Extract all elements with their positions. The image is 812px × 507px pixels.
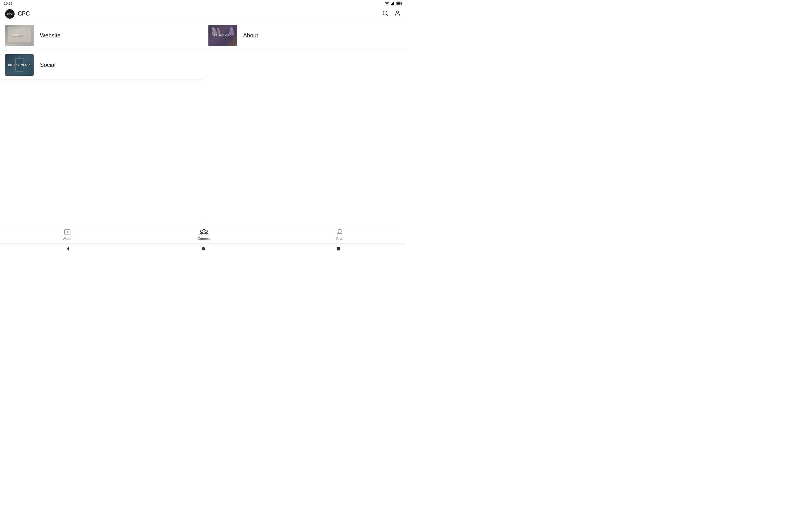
give-label: Give bbox=[336, 237, 343, 240]
system-nav bbox=[0, 243, 406, 253]
watch-icon bbox=[64, 228, 71, 236]
svg-rect-2 bbox=[393, 2, 394, 5]
profile-icon bbox=[394, 10, 401, 17]
recents-button[interactable] bbox=[336, 246, 341, 251]
connect-label: Connect bbox=[198, 237, 211, 240]
status-icons bbox=[385, 2, 402, 5]
svg-rect-6 bbox=[397, 3, 401, 5]
svg-point-9 bbox=[396, 11, 398, 13]
app-title: CPC bbox=[18, 10, 30, 17]
logo-text: CPC bbox=[7, 12, 13, 15]
header-left: CPC CPC bbox=[5, 9, 30, 19]
social-thumb-label: SOCIAL MEDIA bbox=[8, 63, 31, 66]
wifi-icon bbox=[385, 2, 390, 5]
website-menu-item[interactable]: WEBSITE Website bbox=[0, 21, 203, 50]
svg-rect-0 bbox=[391, 4, 392, 5]
about-menu-item[interactable]: ABOUT CPC About bbox=[203, 21, 406, 50]
svg-marker-11 bbox=[67, 231, 69, 233]
header-right bbox=[382, 10, 401, 18]
about-thumbnail: ABOUT CPC bbox=[208, 25, 237, 46]
svg-rect-3 bbox=[395, 2, 395, 5]
give-icon bbox=[336, 228, 344, 236]
status-time: 10:26 bbox=[4, 2, 13, 5]
home-icon bbox=[200, 246, 206, 251]
profile-button[interactable] bbox=[394, 10, 401, 18]
svg-rect-5 bbox=[402, 3, 402, 4]
status-bar: 10:26 bbox=[0, 0, 406, 7]
app-header: CPC CPC bbox=[0, 7, 406, 21]
signal-icon bbox=[391, 2, 395, 5]
battery-icon bbox=[397, 2, 402, 5]
main-content: WEBSITE Website SOCIAL MEDIA Social bbox=[0, 21, 406, 225]
website-thumb-label: WEBSITE bbox=[12, 34, 27, 37]
recents-icon bbox=[336, 246, 341, 251]
nav-give[interactable]: Give bbox=[329, 227, 350, 242]
back-icon bbox=[65, 246, 71, 251]
social-thumbnail: SOCIAL MEDIA bbox=[5, 54, 34, 76]
home-button[interactable] bbox=[200, 246, 206, 251]
svg-point-7 bbox=[383, 11, 387, 15]
svg-rect-1 bbox=[392, 3, 393, 5]
bottom-nav: Watch Connect Give bbox=[0, 225, 406, 243]
connect-icon bbox=[200, 228, 208, 236]
svg-rect-17 bbox=[337, 247, 340, 250]
svg-marker-15 bbox=[67, 247, 69, 250]
svg-line-8 bbox=[387, 14, 388, 16]
svg-point-16 bbox=[202, 247, 205, 250]
back-button[interactable] bbox=[65, 246, 71, 251]
about-label: About bbox=[243, 32, 258, 39]
about-thumb-label: ABOUT CPC bbox=[213, 34, 232, 37]
app-logo: CPC bbox=[5, 9, 14, 19]
search-icon bbox=[382, 10, 389, 17]
social-menu-item[interactable]: SOCIAL MEDIA Social bbox=[0, 50, 203, 80]
nav-watch[interactable]: Watch bbox=[56, 227, 79, 242]
search-button[interactable] bbox=[382, 10, 389, 18]
nav-connect[interactable]: Connect bbox=[191, 227, 217, 242]
website-label: Website bbox=[40, 32, 61, 39]
left-column: WEBSITE Website SOCIAL MEDIA Social bbox=[0, 21, 203, 225]
watch-label: Watch bbox=[62, 237, 72, 240]
social-label: Social bbox=[40, 62, 55, 68]
right-column: ABOUT CPC About bbox=[203, 21, 406, 225]
website-thumbnail: WEBSITE bbox=[5, 25, 34, 46]
